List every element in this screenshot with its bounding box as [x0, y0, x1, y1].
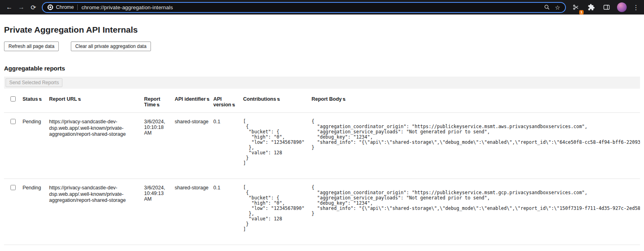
send-selected-button[interactable]: Send Selected Reports: [6, 78, 62, 87]
cell-api-identifier: shared-storage: [175, 179, 213, 245]
extension-badge: 1: [579, 10, 584, 15]
cell-contributions: [ { "bucket": { "high": "0", "low": "123…: [243, 179, 312, 245]
header-api-identifier[interactable]: API identifier⇅: [175, 90, 213, 113]
site-chip-label: Chrome: [56, 4, 74, 10]
header-label: API identifier: [175, 96, 206, 102]
page-content: Private Aggregation API Internals Refres…: [0, 25, 644, 245]
header-label: Status: [23, 96, 38, 102]
cell-report-url: https://privacy-sandcastle-dev-dsp.web.a…: [49, 113, 144, 179]
toolbar-right-icons: 1 ⋮: [570, 1, 641, 13]
cell-report-url: https://privacy-sandcastle-dev-dsp.web.a…: [49, 179, 144, 245]
header-report-time[interactable]: Report Time⇅: [144, 90, 175, 113]
table-row: Pending https://privacy-sandcastle-dev-d…: [4, 113, 640, 179]
chrome-logo-icon: [47, 4, 53, 10]
pinned-extension-icon[interactable]: 1: [570, 1, 582, 13]
cell-report-body: { "aggregation_coordinator_origin": "htt…: [312, 179, 640, 245]
header-report-body[interactable]: Report Body⇅: [312, 90, 640, 113]
menu-kebab-icon[interactable]: ⋮: [631, 4, 641, 11]
header-api-version[interactable]: API version⇅: [213, 90, 243, 113]
omnibox-divider: [77, 4, 78, 10]
header-label: API version: [213, 96, 231, 108]
cell-report-body: { "aggregation_coordinator_origin": "htt…: [312, 113, 640, 179]
cell-api-version: 0.1: [213, 113, 243, 179]
profile-avatar[interactable]: [616, 1, 628, 13]
reload-button[interactable]: ⟳: [27, 1, 39, 13]
header-report-url[interactable]: Report URL⇅: [49, 90, 144, 113]
page-title: Private Aggregation API Internals: [4, 25, 640, 35]
bookmark-star-icon[interactable]: ☆: [555, 4, 560, 10]
sort-icon: ⇅: [78, 97, 81, 102]
extensions-puzzle-icon[interactable]: [585, 1, 597, 13]
cell-api-version: 0.1: [213, 179, 243, 245]
back-button[interactable]: ←: [3, 1, 15, 13]
refresh-all-button[interactable]: Refresh all page data: [4, 41, 59, 51]
table-header-row: Status⇅ Report URL⇅ Report Time⇅ API ide…: [4, 90, 640, 113]
sort-icon: ⇅: [157, 103, 160, 107]
header-contributions[interactable]: Contributions⇅: [243, 90, 312, 113]
side-panel-icon[interactable]: [601, 1, 613, 13]
header-status[interactable]: Status⇅: [23, 90, 49, 113]
section-title: Aggregatable reports: [4, 65, 640, 72]
zoom-icon[interactable]: [544, 4, 550, 10]
header-label: Contributions: [243, 96, 276, 102]
row-checkbox[interactable]: [10, 185, 16, 190]
header-label: Report Body: [312, 96, 342, 102]
sort-icon: ⇅: [206, 97, 210, 102]
cell-contributions: [ { "bucket": { "high": "0", "low": "123…: [243, 113, 312, 179]
cell-report-time: 3/6/2024, 10:10:18 AM: [144, 113, 175, 179]
table-toolbar: Send Selected Reports: [4, 77, 640, 89]
sort-icon: ⇅: [343, 97, 346, 102]
reports-table: Status⇅ Report URL⇅ Report Time⇅ API ide…: [4, 90, 640, 245]
forward-button[interactable]: →: [15, 1, 27, 13]
clear-all-button[interactable]: Clear all private aggregation data: [71, 41, 151, 51]
omnibox[interactable]: Chrome chrome://private-aggregation-inte…: [42, 2, 566, 13]
sort-icon: ⇅: [39, 97, 42, 102]
browser-toolbar: ← → ⟳ Chrome chrome://private-aggregatio…: [0, 0, 644, 15]
sort-icon: ⇅: [232, 103, 235, 107]
cell-status: Pending: [23, 113, 49, 179]
header-label: Report URL: [49, 96, 77, 102]
sort-icon: ⇅: [277, 97, 280, 102]
table-row: Pending https://privacy-sandcastle-dev-d…: [4, 179, 640, 245]
url-text[interactable]: chrome://private-aggregation-internals: [81, 4, 540, 10]
cell-api-identifier: shared-storage: [175, 113, 213, 179]
cell-report-time: 3/6/2024, 10:49:13 AM: [144, 179, 175, 245]
cell-status: Pending: [23, 179, 49, 245]
select-all-checkbox[interactable]: [10, 96, 16, 102]
row-checkbox[interactable]: [10, 119, 16, 124]
